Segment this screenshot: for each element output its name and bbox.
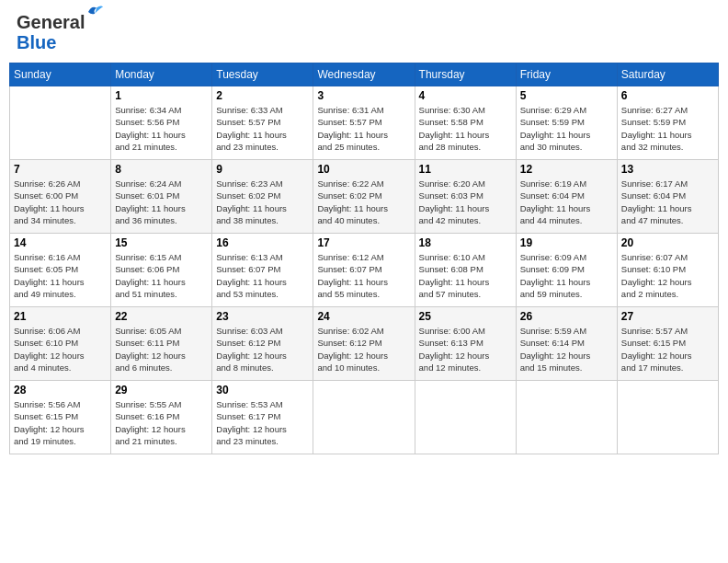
calendar-cell — [617, 381, 718, 454]
day-info: Sunrise: 6:34 AM Sunset: 5:56 PM Dayligh… — [115, 104, 208, 153]
day-info: Sunrise: 6:19 AM Sunset: 6:04 PM Dayligh… — [520, 178, 613, 226]
day-info: Sunrise: 6:05 AM Sunset: 6:11 PM Dayligh… — [115, 325, 208, 373]
day-header-friday: Friday — [516, 63, 617, 86]
day-number: 9 — [216, 163, 309, 176]
day-number: 17 — [317, 236, 410, 249]
page-header: General Blue — [9, 9, 719, 55]
day-header-tuesday: Tuesday — [212, 63, 313, 86]
calendar-cell: 22Sunrise: 6:05 AM Sunset: 6:11 PM Dayli… — [111, 307, 212, 381]
day-number: 21 — [14, 310, 107, 323]
day-number: 12 — [520, 163, 613, 176]
day-info: Sunrise: 6:09 AM Sunset: 6:09 PM Dayligh… — [520, 251, 613, 300]
calendar-cell: 28Sunrise: 5:56 AM Sunset: 6:15 PM Dayli… — [10, 381, 111, 454]
day-info: Sunrise: 5:59 AM Sunset: 6:14 PM Dayligh… — [520, 325, 613, 373]
day-info: Sunrise: 6:24 AM Sunset: 6:01 PM Dayligh… — [115, 178, 208, 226]
day-info: Sunrise: 6:22 AM Sunset: 6:02 PM Dayligh… — [317, 178, 410, 226]
day-number: 30 — [216, 384, 309, 396]
calendar-cell: 25Sunrise: 6:00 AM Sunset: 6:13 PM Dayli… — [415, 307, 516, 381]
day-number: 28 — [14, 384, 107, 396]
calendar-cell: 24Sunrise: 6:02 AM Sunset: 6:12 PM Dayli… — [313, 307, 415, 381]
day-info: Sunrise: 6:00 AM Sunset: 6:13 PM Dayligh… — [419, 325, 512, 373]
day-info: Sunrise: 5:56 AM Sunset: 6:15 PM Dayligh… — [14, 398, 107, 447]
day-info: Sunrise: 6:29 AM Sunset: 5:59 PM Dayligh… — [520, 104, 613, 153]
day-info: Sunrise: 6:26 AM Sunset: 6:00 PM Dayligh… — [14, 178, 107, 226]
calendar-table: SundayMondayTuesdayWednesdayThursdayFrid… — [9, 63, 719, 454]
day-info: Sunrise: 5:53 AM Sunset: 6:17 PM Dayligh… — [216, 398, 309, 447]
day-header-monday: Monday — [111, 63, 212, 86]
calendar-cell: 12Sunrise: 6:19 AM Sunset: 6:04 PM Dayli… — [516, 160, 617, 234]
calendar-cell — [415, 381, 516, 454]
day-number: 24 — [317, 310, 410, 323]
day-info: Sunrise: 6:31 AM Sunset: 5:57 PM Dayligh… — [317, 104, 410, 153]
day-header-saturday: Saturday — [617, 63, 718, 86]
day-number: 2 — [216, 89, 309, 102]
calendar-cell: 7Sunrise: 6:26 AM Sunset: 6:00 PM Daylig… — [10, 160, 111, 234]
calendar-cell: 10Sunrise: 6:22 AM Sunset: 6:02 PM Dayli… — [313, 160, 415, 234]
calendar-cell: 23Sunrise: 6:03 AM Sunset: 6:12 PM Dayli… — [212, 307, 313, 381]
day-info: Sunrise: 6:10 AM Sunset: 6:08 PM Dayligh… — [419, 251, 512, 300]
calendar-cell: 21Sunrise: 6:06 AM Sunset: 6:10 PM Dayli… — [10, 307, 111, 381]
calendar-cell: 19Sunrise: 6:09 AM Sunset: 6:09 PM Dayli… — [516, 234, 617, 307]
calendar-cell — [313, 381, 415, 454]
day-number: 25 — [419, 310, 512, 323]
day-number: 29 — [115, 384, 208, 396]
day-number: 10 — [317, 163, 410, 176]
calendar-cell: 3Sunrise: 6:31 AM Sunset: 5:57 PM Daylig… — [313, 86, 415, 160]
calendar-cell: 4Sunrise: 6:30 AM Sunset: 5:58 PM Daylig… — [415, 86, 516, 160]
day-number: 3 — [317, 89, 410, 102]
calendar-cell — [516, 381, 617, 454]
calendar-cell: 16Sunrise: 6:13 AM Sunset: 6:07 PM Dayli… — [212, 234, 313, 307]
day-number: 22 — [115, 310, 208, 323]
calendar-cell: 2Sunrise: 6:33 AM Sunset: 5:57 PM Daylig… — [212, 86, 313, 160]
day-info: Sunrise: 6:16 AM Sunset: 6:05 PM Dayligh… — [14, 251, 107, 300]
day-info: Sunrise: 6:12 AM Sunset: 6:07 PM Dayligh… — [317, 251, 410, 300]
calendar-cell: 29Sunrise: 5:55 AM Sunset: 6:16 PM Dayli… — [111, 381, 212, 454]
day-info: Sunrise: 6:06 AM Sunset: 6:10 PM Dayligh… — [14, 325, 107, 373]
day-info: Sunrise: 6:03 AM Sunset: 6:12 PM Dayligh… — [216, 325, 309, 373]
day-number: 11 — [419, 163, 512, 176]
logo-bird-icon — [86, 4, 105, 18]
day-number: 26 — [520, 310, 613, 323]
day-number: 6 — [621, 89, 714, 102]
day-number: 18 — [419, 236, 512, 249]
day-info: Sunrise: 6:20 AM Sunset: 6:03 PM Dayligh… — [419, 178, 512, 226]
day-number: 14 — [14, 236, 107, 249]
day-info: Sunrise: 6:23 AM Sunset: 6:02 PM Dayligh… — [216, 178, 309, 226]
day-info: Sunrise: 6:30 AM Sunset: 5:58 PM Dayligh… — [419, 104, 512, 153]
logo-blue-text: Blue — [17, 33, 56, 52]
day-header-sunday: Sunday — [10, 63, 111, 86]
day-info: Sunrise: 6:15 AM Sunset: 6:06 PM Dayligh… — [115, 251, 208, 300]
logo: General Blue — [17, 13, 85, 52]
day-number: 4 — [419, 89, 512, 102]
calendar-cell: 17Sunrise: 6:12 AM Sunset: 6:07 PM Dayli… — [313, 234, 415, 307]
calendar-cell: 30Sunrise: 5:53 AM Sunset: 6:17 PM Dayli… — [212, 381, 313, 454]
calendar-cell: 13Sunrise: 6:17 AM Sunset: 6:04 PM Dayli… — [617, 160, 718, 234]
day-info: Sunrise: 6:17 AM Sunset: 6:04 PM Dayligh… — [621, 178, 714, 226]
calendar-cell: 1Sunrise: 6:34 AM Sunset: 5:56 PM Daylig… — [111, 86, 212, 160]
calendar-cell: 6Sunrise: 6:27 AM Sunset: 5:59 PM Daylig… — [617, 86, 718, 160]
day-number: 19 — [520, 236, 613, 249]
day-number: 16 — [216, 236, 309, 249]
day-info: Sunrise: 6:33 AM Sunset: 5:57 PM Dayligh… — [216, 104, 309, 153]
calendar-cell: 15Sunrise: 6:15 AM Sunset: 6:06 PM Dayli… — [111, 234, 212, 307]
day-number: 13 — [621, 163, 714, 176]
logo-general-text: General — [17, 12, 85, 32]
day-info: Sunrise: 6:02 AM Sunset: 6:12 PM Dayligh… — [317, 325, 410, 373]
calendar-cell: 8Sunrise: 6:24 AM Sunset: 6:01 PM Daylig… — [111, 160, 212, 234]
day-number: 7 — [14, 163, 107, 176]
calendar-cell: 18Sunrise: 6:10 AM Sunset: 6:08 PM Dayli… — [415, 234, 516, 307]
day-info: Sunrise: 6:27 AM Sunset: 5:59 PM Dayligh… — [621, 104, 714, 153]
day-header-wednesday: Wednesday — [313, 63, 415, 86]
day-number: 8 — [115, 163, 208, 176]
calendar-cell: 26Sunrise: 5:59 AM Sunset: 6:14 PM Dayli… — [516, 307, 617, 381]
day-number: 27 — [621, 310, 714, 323]
day-info: Sunrise: 6:07 AM Sunset: 6:10 PM Dayligh… — [621, 251, 714, 300]
calendar-cell: 20Sunrise: 6:07 AM Sunset: 6:10 PM Dayli… — [617, 234, 718, 307]
day-header-thursday: Thursday — [415, 63, 516, 86]
calendar-cell: 11Sunrise: 6:20 AM Sunset: 6:03 PM Dayli… — [415, 160, 516, 234]
day-number: 15 — [115, 236, 208, 249]
calendar-cell: 27Sunrise: 5:57 AM Sunset: 6:15 PM Dayli… — [617, 307, 718, 381]
day-number: 5 — [520, 89, 613, 102]
calendar-cell: 14Sunrise: 6:16 AM Sunset: 6:05 PM Dayli… — [10, 234, 111, 307]
day-info: Sunrise: 5:55 AM Sunset: 6:16 PM Dayligh… — [115, 398, 208, 447]
